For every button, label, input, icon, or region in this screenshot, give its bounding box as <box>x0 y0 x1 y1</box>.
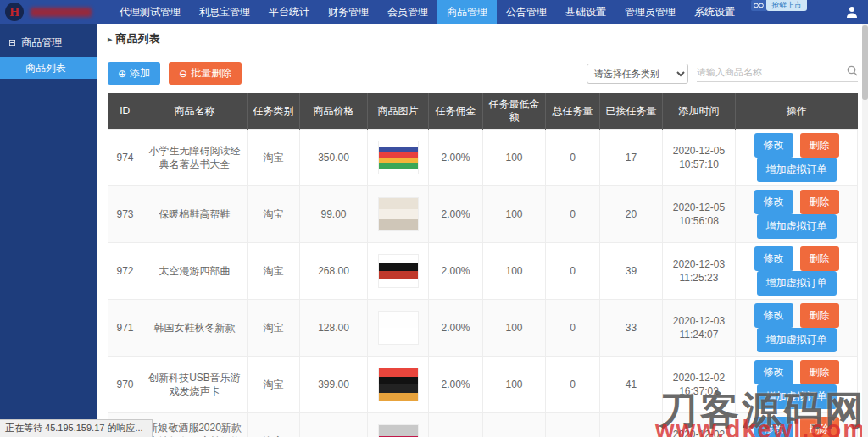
cell-total-tasks: 0 <box>546 243 600 300</box>
cell-min-amount: 100 <box>483 300 546 357</box>
cell-category: 淘宝 <box>248 186 300 243</box>
nav-item-7[interactable]: 基础设置 <box>556 0 615 24</box>
nav-item-6[interactable]: 公告管理 <box>497 0 556 24</box>
cell-image <box>368 186 429 243</box>
cell-actions: 修改删除增加虚拟订单 <box>736 130 858 186</box>
add-virtual-order-button[interactable]: 增加虚拟订单 <box>757 328 837 352</box>
cell-commission: 2.00% <box>429 186 483 243</box>
product-table-head-row: ID商品名称任务类别商品价格商品图片任务佣金任务最低金额总任务量已接任务量添加时… <box>108 93 858 130</box>
edit-button[interactable]: 修改 <box>754 190 793 214</box>
cell-category: 淘宝 <box>248 357 300 413</box>
cell-taken-tasks: 20 <box>600 186 663 243</box>
cell-taken-tasks: 41 <box>600 357 663 413</box>
cell-taken-tasks: 31 <box>600 413 663 437</box>
top-badge[interactable]: 抢鲜上市 <box>751 0 807 11</box>
product-table: ID商品名称任务类别商品价格商品图片任务佣金任务最低金额总任务量已接任务量添加时… <box>108 93 858 437</box>
cell-image <box>368 413 429 437</box>
cell-name: 创新科技USB音乐游戏发烧声卡 <box>142 357 248 413</box>
sidebar-section-label: 商品管理 <box>21 36 62 50</box>
scrollbar[interactable] <box>862 24 868 437</box>
minus-circle-icon: ⊖ <box>179 68 187 80</box>
nav-item-2[interactable]: 平台统计 <box>259 0 319 24</box>
add-virtual-order-button[interactable]: 增加虚拟订单 <box>757 271 837 296</box>
batch-delete-button[interactable]: ⊖ 批量删除 <box>169 62 242 85</box>
add-virtual-order-button[interactable]: 增加虚拟订单 <box>757 214 837 239</box>
browser-status-bar: 正在等待 45.195.159.17 的响应... <box>0 419 153 437</box>
edit-button[interactable]: 修改 <box>754 246 793 271</box>
cell-category: 淘宝 <box>248 413 300 437</box>
cell-total-tasks: 0 <box>546 357 600 413</box>
product-image <box>378 311 419 345</box>
edit-button[interactable]: 修改 <box>754 303 793 328</box>
column-header: 任务类别 <box>248 93 300 130</box>
table-row: 972太空漫游四部曲淘宝268.002.00%1000392020-12-03 … <box>108 243 858 300</box>
sidebar-item-0[interactable]: 商品列表 <box>0 57 97 79</box>
cell-category: 淘宝 <box>248 130 300 186</box>
cell-name: 韩国女鞋秋冬新款 <box>142 300 248 357</box>
cell-commission: 2.00% <box>429 413 483 437</box>
cell-category: 淘宝 <box>248 300 300 357</box>
nav-item-9[interactable]: 系统设置 <box>685 0 744 24</box>
table-row: 973保暖棉鞋高帮鞋淘宝99.002.00%1000202020-12-05 1… <box>108 186 858 243</box>
topnav-menu: 代理测试管理利息宝管理平台统计财务管理会员管理商品管理公告管理基础设置管理员管理… <box>110 0 744 24</box>
cell-taken-tasks: 33 <box>600 300 663 357</box>
cell-price: 268.00 <box>300 243 368 300</box>
badge-label: 抢鲜上市 <box>766 0 807 11</box>
nav-item-4[interactable]: 会员管理 <box>378 0 437 24</box>
product-image <box>378 424 419 437</box>
delete-button[interactable]: 删除 <box>800 303 839 328</box>
product-image <box>378 254 419 288</box>
cell-actions: 修改删除增加虚拟订单 <box>736 243 858 300</box>
add-virtual-order-button[interactable]: 增加虚拟订单 <box>757 384 837 409</box>
delete-button[interactable]: 删除 <box>800 190 839 214</box>
cell-taken-tasks: 39 <box>600 243 663 300</box>
cell-added-time: 2020-12-03 11:25:23 <box>663 243 736 300</box>
cell-total-tasks: 0 <box>546 130 600 186</box>
add-virtual-order-button[interactable]: 增加虚拟订单 <box>757 158 837 182</box>
nav-item-0[interactable]: 代理测试管理 <box>110 0 190 24</box>
add-button[interactable]: ⊕ 添加 <box>108 62 160 85</box>
cell-price: 1980.00 <box>300 413 368 437</box>
sidebar-section-products[interactable]: ⊟ 商品管理 <box>0 24 97 57</box>
table-row: 971韩国女鞋秋冬新款淘宝128.002.00%1000332020-12-03… <box>108 300 858 357</box>
cell-id: 970 <box>108 357 142 413</box>
search-input[interactable] <box>697 67 847 77</box>
delete-button[interactable]: 删除 <box>800 360 839 384</box>
brand: H <box>0 3 92 21</box>
cell-id: 974 <box>108 130 142 186</box>
main-content: ▸商品列表 ⊕ 添加 ⊖ 批量删除 -请选择任务类别- ID商品名称任务类别商品… <box>97 24 868 437</box>
cell-price: 350.00 <box>300 130 368 186</box>
delete-button[interactable]: 删除 <box>800 133 839 158</box>
cell-image <box>368 357 429 413</box>
column-header: 商品价格 <box>300 93 368 130</box>
cell-added-time: 2020-12-05 10:57:10 <box>663 130 736 186</box>
plus-circle-icon: ⊕ <box>118 68 126 80</box>
column-header: 商品图片 <box>368 93 429 130</box>
scrollbar-thumb[interactable] <box>862 25 868 100</box>
edit-button[interactable]: 修改 <box>754 133 793 158</box>
nav-item-5[interactable]: 商品管理 <box>437 0 497 24</box>
nav-item-8[interactable]: 管理员管理 <box>615 0 685 24</box>
user-icon[interactable] <box>846 6 858 21</box>
task-category-select[interactable]: -请选择任务类别- <box>587 64 688 84</box>
page-title: ▸商品列表 <box>97 24 868 53</box>
cell-commission: 2.00% <box>429 357 483 413</box>
glasses-icon <box>751 0 766 11</box>
triangle-icon: ▸ <box>108 34 113 44</box>
cell-image <box>368 300 429 357</box>
delete-button[interactable]: 删除 <box>800 246 839 271</box>
cell-min-amount: 100 <box>483 357 546 413</box>
nav-item-3[interactable]: 财务管理 <box>319 0 378 24</box>
product-image <box>378 141 419 174</box>
topbar: H 代理测试管理利息宝管理平台统计财务管理会员管理商品管理公告管理基础设置管理员… <box>0 0 868 24</box>
search-icon[interactable] <box>847 64 858 80</box>
cell-min-amount: 100 <box>483 186 546 243</box>
edit-button[interactable]: 修改 <box>754 360 793 384</box>
delete-button[interactable]: 删除 <box>800 417 839 437</box>
nav-item-1[interactable]: 利息宝管理 <box>190 0 259 24</box>
collapse-icon: ⊟ <box>8 37 16 48</box>
cell-id: 972 <box>108 243 142 300</box>
cell-price: 399.00 <box>300 357 368 413</box>
edit-button[interactable]: 修改 <box>754 417 793 437</box>
cell-category: 淘宝 <box>248 243 300 300</box>
